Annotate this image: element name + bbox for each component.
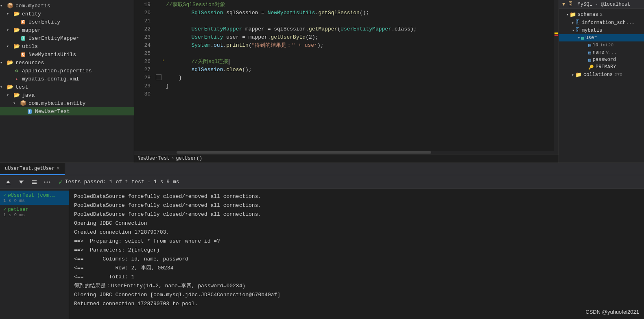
- gutter-line-29: [155, 81, 163, 89]
- db-panel-header: ▼ 🗄 MySQL - @localhost: [559, 0, 644, 9]
- token-fn: close: [226, 66, 242, 74]
- tree-arrow-com-mybatis-entity: ▾: [13, 101, 20, 106]
- tree-item-com-mybatis-entity[interactable]: ▾📦com.mybatis.entity: [0, 99, 134, 107]
- tree-item-UserEntityMapper[interactable]: IUserEntityMapper: [0, 34, 134, 42]
- tree-icon-entity: 📂: [13, 10, 20, 17]
- tree-item-application.properties[interactable]: ⚙application.properties: [0, 67, 134, 75]
- tree-item-NewUserTest[interactable]: TNewUserTest: [0, 107, 134, 115]
- db-item-8[interactable]: ▸📁collations270: [559, 71, 644, 79]
- tree-label-application.properties: application.properties: [22, 68, 92, 74]
- code-editor: 192021222324252627282930 //获取SqlSession对…: [134, 0, 559, 151]
- code-content[interactable]: //获取SqlSession对象 SqlSession sqlSession =…: [163, 0, 554, 151]
- tree-item-mybatis-config.xml[interactable]: ✦mybatis-config.xml: [0, 75, 134, 83]
- tree-item-mapper[interactable]: ▾📂mapper: [0, 26, 134, 34]
- db-item-0[interactable]: ▾📁schemas2: [559, 11, 644, 19]
- db-item-label-5: name: [593, 50, 605, 55]
- db-item-6[interactable]: ▤password: [559, 56, 644, 63]
- file-tree-sidebar: ▾📦com.mybatis▾📂entity CUserEntity▾📂mappe…: [0, 0, 134, 163]
- svg-rect-2: [32, 183, 37, 184]
- breadcrumb-separator: ›: [171, 156, 174, 161]
- code-line-29: }: [166, 82, 554, 90]
- db-item-7[interactable]: 🔑PRIMARY: [559, 63, 644, 71]
- tree-icon-java-root: 📂: [13, 91, 20, 99]
- tree-item-java-root[interactable]: ▾📂java: [0, 91, 134, 99]
- tree-icon-NewUserTest: T: [26, 108, 33, 115]
- folder-icon: 📂: [13, 43, 20, 50]
- token-pn: user = mapper.: [223, 33, 271, 41]
- sort-asc-button[interactable]: [3, 177, 13, 187]
- java-interface-icon: I: [21, 36, 25, 41]
- token-pn: }: [166, 82, 169, 90]
- tree-item-resources[interactable]: ▾📂resources: [0, 59, 134, 67]
- code-line-19: //获取SqlSession对象: [166, 1, 554, 9]
- test-item-name-1: ✓getUser: [3, 206, 65, 213]
- tree-label-com-mybatis: com.mybatis: [15, 3, 50, 9]
- folder-icon: 📂: [13, 92, 20, 98]
- line-num-24: 24: [134, 41, 151, 50]
- db-col-icon: ▤: [588, 57, 591, 63]
- gutter-line-21: [155, 16, 163, 24]
- indent-space: [166, 74, 179, 82]
- tree-item-test-root[interactable]: ▾📂test: [0, 83, 134, 91]
- db-arrow-2: ▾: [572, 28, 574, 33]
- tree-item-entity[interactable]: ▾📂entity: [0, 10, 134, 18]
- token-pn: ();: [242, 66, 251, 74]
- db-count-8: 270: [614, 72, 622, 77]
- breadcrumb-item-2[interactable]: getUser(): [176, 156, 202, 161]
- token-fn: println: [226, 41, 249, 50]
- package-icon: 📦: [7, 2, 13, 9]
- token-pn: ();: [360, 9, 369, 17]
- db-item-2[interactable]: ▾🗄mybatis: [559, 26, 644, 34]
- token-fn: getUserById: [271, 33, 306, 41]
- tree-item-NewMybatisUtils[interactable]: CNewMybatisUtils: [0, 50, 134, 59]
- token-pn: sqlSession =: [223, 9, 267, 17]
- db-panel: ▼ 🗄 MySQL - @localhost ▾📁schemas2▸🗄infor…: [559, 0, 644, 163]
- db-arrow-0: ▾: [566, 12, 569, 17]
- db-item-label-3: user: [585, 35, 597, 41]
- gutter-line-30: [155, 89, 163, 98]
- tab-close-icon[interactable]: ×: [56, 165, 59, 172]
- console-line-10: 得到的结果是：UserEntity(id=2, name=李四, passwor…: [74, 282, 639, 291]
- tree-arrow-java-root: ▾: [7, 93, 13, 98]
- db-item-4[interactable]: ▤idint20: [559, 41, 644, 49]
- tree-icon-application.properties: ⚙: [13, 67, 20, 74]
- test-item-0[interactable]: ✓wUserTest (com.… 1 s 9 ms: [0, 191, 69, 205]
- bottom-toolbar: ✓ Tests passed: 1 of 1 test – 1 s 9 ms: [0, 175, 644, 189]
- sort-desc-button[interactable]: [16, 177, 26, 187]
- line-num-29: 29: [134, 82, 151, 90]
- db-key-icon: 🔑: [588, 65, 594, 70]
- db-item-5[interactable]: ▤namev...: [559, 49, 644, 56]
- gutter-line-23: [155, 33, 163, 41]
- collapse-button[interactable]: [29, 177, 39, 187]
- folder-icon: 📂: [13, 11, 20, 17]
- breadcrumb-item-1[interactable]: NewUserTest: [138, 156, 170, 161]
- tree-arrow-application.properties: [7, 69, 13, 73]
- token-pn: (: [249, 41, 252, 50]
- tree-arrow-NewUserTest: [20, 109, 26, 114]
- test-pass-icon-1: ✓: [3, 207, 6, 213]
- lightbulb-icon[interactable]: 💡: [163, 58, 165, 66]
- bottom-tab-test[interactable]: uUserTest.getUser ×: [0, 163, 65, 175]
- token-nm: out: [214, 41, 223, 50]
- token-pn: (2);: [306, 33, 318, 41]
- line-numbers: 192021222324252627282930: [134, 0, 155, 151]
- token-pn: (: [337, 25, 341, 33]
- code-line-28: }: [166, 74, 554, 82]
- db-item-3[interactable]: ▾▦user: [559, 34, 644, 41]
- code-line-26: 💡 //关闭sql连接: [166, 58, 554, 66]
- indent-space: [166, 66, 191, 74]
- bookmark-icon: [156, 74, 162, 80]
- test-pass-icon-0: ✓: [3, 193, 6, 198]
- editor-scrollbar[interactable]: [134, 151, 559, 154]
- tree-item-com-mybatis[interactable]: ▾📦com.mybatis: [0, 2, 134, 10]
- tree-item-utils[interactable]: ▾📂utils: [0, 42, 134, 50]
- tree-icon-com-mybatis-entity: 📦: [20, 100, 27, 107]
- tree-icon-resources: 📂: [7, 59, 14, 66]
- tree-item-UserEntity[interactable]: CUserEntity: [0, 18, 134, 26]
- more-button[interactable]: [42, 177, 52, 187]
- indent-space: [166, 33, 191, 41]
- token-fn: getMapper: [309, 25, 337, 33]
- test-item-1[interactable]: ✓getUser 1 s 9 ms: [0, 205, 69, 219]
- db-item-1[interactable]: ▸🗄information_sch...: [559, 19, 644, 26]
- tree-icon-com-mybatis: 📦: [7, 2, 14, 9]
